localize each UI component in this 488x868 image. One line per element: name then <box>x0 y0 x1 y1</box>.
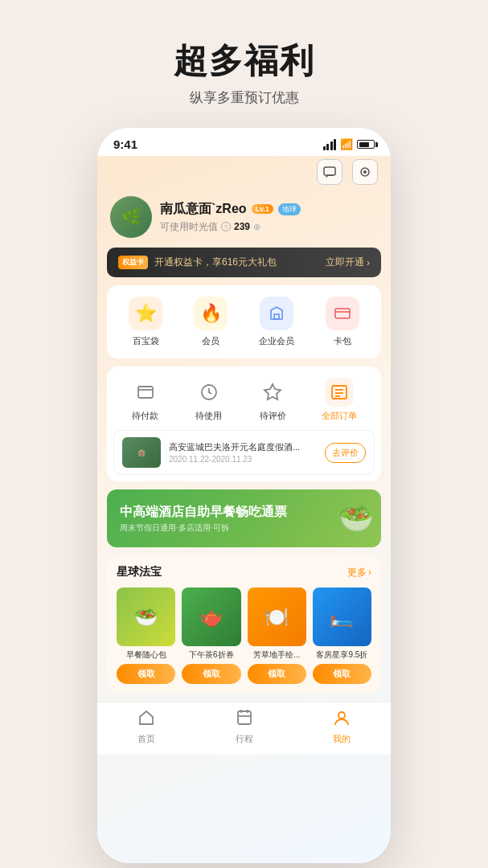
tab-pending-pay[interactable]: 待付款 <box>131 378 160 422</box>
avatar: 🌿 <box>110 196 152 238</box>
signal-icon <box>323 139 337 150</box>
status-bar: 9:41 📶 <box>97 128 391 156</box>
claim-btn-4[interactable]: 领取 <box>313 664 371 684</box>
nav-home[interactable]: 首页 <box>97 709 195 745</box>
profile-name: 南瓜意面`zReo <box>160 201 247 218</box>
enterprise-icon <box>260 297 293 330</box>
star-items: 🥗 早餐随心包 领取 🫖 下午茶6折券 领取 🍽️ 芳草地手绘. <box>117 588 371 684</box>
profile-info: 南瓜意面`zReo Lv.1 地球 可使用时光值 ? 239 ⊕ <box>160 201 301 234</box>
tab-label-pending-review: 待评价 <box>260 410 286 422</box>
svg-rect-14 <box>238 711 251 724</box>
wifi-icon: 📶 <box>340 138 353 150</box>
vip-tag: 权益卡 <box>118 256 148 269</box>
star-section: 星球法宝 更多 › 🥗 早餐随心包 领取 🫖 <box>107 555 381 694</box>
order-action-button[interactable]: 去评价 <box>325 443 366 463</box>
points-value: 239 <box>234 221 250 232</box>
profile-points: 可使用时光值 ? 239 ⊕ <box>160 220 301 234</box>
green-banner-text: 中高端酒店自助早餐畅吃通票 周末节假日通用·多店适用·可拆 <box>120 504 287 534</box>
qa-item-member[interactable]: 🔥 会员 <box>194 297 228 347</box>
status-time: 9:41 <box>113 137 137 151</box>
info-icon: ? <box>221 222 231 231</box>
tab-pending-review[interactable]: 待评价 <box>258 378 287 422</box>
green-banner-subtitle: 周末节假日通用·多店适用·可拆 <box>120 522 287 534</box>
qa-label-enterprise: 企业会员 <box>259 335 294 347</box>
star-header: 星球法宝 更多 › <box>117 565 371 579</box>
svg-rect-0 <box>324 167 335 175</box>
page-subtitle: 纵享多重预订优惠 <box>16 88 472 107</box>
profile-section: 🌿 南瓜意面`zReo Lv.1 地球 可使用时光值 ? 239 ⊕ <box>97 190 391 248</box>
pending-review-icon <box>258 378 287 407</box>
star-item-img-3: 🍽️ <box>248 588 306 646</box>
qa-item-baobao[interactable]: ⭐ 百宝袋 <box>129 297 162 347</box>
star-item-img-2: 🫖 <box>182 588 240 646</box>
card-icon <box>326 297 359 330</box>
claim-btn-2[interactable]: 领取 <box>182 664 240 684</box>
member-icon: 🔥 <box>194 297 228 330</box>
profile-name-row: 南瓜意面`zReo Lv.1 地球 <box>160 201 301 218</box>
order-card[interactable]: 🏨 高安蓝城巴夫洛开元名庭度假酒... 2020.11.22-2020.11.2… <box>113 430 375 475</box>
svg-point-18 <box>338 712 345 719</box>
nav-label-mine: 我的 <box>333 733 351 745</box>
all-orders-icon <box>325 378 354 407</box>
message-icon[interactable] <box>317 159 342 185</box>
battery-icon <box>357 140 375 149</box>
nav-label-itinerary: 行程 <box>236 733 253 745</box>
level-badge: Lv.1 <box>252 204 273 214</box>
star-item-img-1: 🥗 <box>117 588 175 646</box>
tab-all-orders[interactable]: 全部订单 <box>322 378 357 422</box>
svg-rect-6 <box>138 387 153 398</box>
star-item-label-1: 早餐随心包 <box>126 649 166 661</box>
star-item-label-2: 下午茶6折券 <box>189 649 234 661</box>
order-thumbnail: 🏨 <box>122 437 161 468</box>
vip-banner-left: 权益卡 开通权益卡，享616元大礼包 <box>118 256 277 269</box>
baobao-icon: ⭐ <box>129 297 162 330</box>
star-item-4: 🛏️ 客房星享9.5折 领取 <box>313 588 371 684</box>
vip-action[interactable]: 立即开通 › <box>326 256 370 269</box>
qa-label-card: 卡包 <box>334 335 351 347</box>
pending-pay-icon <box>131 378 160 407</box>
star-item-label-4: 客房星享9.5折 <box>316 649 367 661</box>
star-more-button[interactable]: 更多 › <box>347 566 371 579</box>
top-actions <box>97 156 391 190</box>
svg-rect-4 <box>335 309 350 318</box>
qa-label-baobao: 百宝袋 <box>133 335 159 347</box>
phone-content: 🌿 南瓜意面`zReo Lv.1 地球 可使用时光值 ? 239 ⊕ 权益卡 <box>97 156 391 863</box>
tab-label-pending-pay: 待付款 <box>132 410 158 422</box>
add-points-icon[interactable]: ⊕ <box>253 222 260 232</box>
page-title: 超多福利 <box>16 39 472 84</box>
svg-rect-3 <box>274 314 279 319</box>
mine-icon <box>333 709 351 731</box>
star-item-3: 🍽️ 芳草地手绘... 领取 <box>248 588 306 684</box>
tab-label-all-orders: 全部订单 <box>322 410 357 422</box>
qa-label-member: 会员 <box>202 335 219 347</box>
earth-badge: 地球 <box>278 203 301 215</box>
vip-text: 开通权益卡，享616元大礼包 <box>154 256 277 269</box>
nav-mine[interactable]: 我的 <box>293 709 391 745</box>
svg-point-2 <box>363 170 367 174</box>
qa-item-card[interactable]: 卡包 <box>326 297 359 347</box>
star-item-label-3: 芳草地手绘... <box>253 649 300 661</box>
star-title: 星球法宝 <box>117 565 162 579</box>
green-banner-title: 中高端酒店自助早餐畅吃通票 <box>120 504 287 521</box>
order-tabs: 待付款 待使用 <box>113 378 375 422</box>
page-header: 超多福利 纵享多重预订优惠 <box>0 0 488 120</box>
claim-btn-3[interactable]: 领取 <box>248 664 306 684</box>
vip-banner[interactable]: 权益卡 开通权益卡，享616元大礼包 立即开通 › <box>107 248 381 277</box>
home-icon <box>137 709 155 731</box>
phone-mockup: 9:41 📶 <box>97 128 391 863</box>
itinerary-icon <box>236 709 253 731</box>
order-section: 待付款 待使用 <box>107 366 381 481</box>
scan-icon[interactable] <box>352 159 378 185</box>
order-date: 2020.11.22-2020.11.23 <box>169 455 317 464</box>
claim-btn-1[interactable]: 领取 <box>117 664 175 684</box>
nav-label-home: 首页 <box>137 733 155 745</box>
quick-actions: ⭐ 百宝袋 🔥 会员 企业会员 <box>107 285 381 358</box>
status-icons: 📶 <box>323 138 375 150</box>
green-banner[interactable]: 中高端酒店自助早餐畅吃通票 周末节假日通用·多店适用·可拆 🥗 <box>107 489 381 547</box>
svg-marker-9 <box>265 384 281 399</box>
tab-pending-use[interactable]: 待使用 <box>195 378 223 422</box>
star-item-2: 🫖 下午茶6折券 领取 <box>182 588 240 684</box>
tab-label-pending-use: 待使用 <box>195 410 222 422</box>
qa-item-enterprise[interactable]: 企业会员 <box>259 297 294 347</box>
nav-itinerary[interactable]: 行程 <box>195 709 293 745</box>
